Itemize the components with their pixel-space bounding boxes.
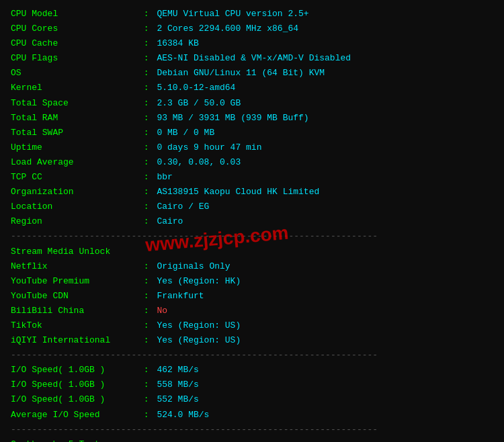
row-value: Cairo / EG xyxy=(157,200,209,214)
row-label: Kernel xyxy=(11,81,138,95)
stream-title: Stream Media Unlock xyxy=(11,245,493,259)
geek-title-label: Geekbench v5 Test xyxy=(11,437,138,442)
row-colon: : xyxy=(138,318,154,333)
row-label: CPU Flags xyxy=(11,51,138,66)
row-label: CPU Cores xyxy=(11,21,138,36)
row-value: Cairo xyxy=(157,214,183,229)
row-value: 16384 KB xyxy=(157,36,198,51)
row-value: Frankfurt xyxy=(157,289,204,304)
table-row: Region : Cairo xyxy=(11,214,493,229)
row-value: bbr xyxy=(157,170,172,185)
geek-title-line: Geekbench v5 Test : xyxy=(11,437,493,442)
row-label: I/O Speed( 1.0GB ) xyxy=(11,363,138,378)
row-label: Uptime xyxy=(11,140,138,155)
row-value: Yes (Region: HK) xyxy=(157,274,241,289)
table-row: BiliBili China : No xyxy=(11,304,493,318)
table-row: Total SWAP : 0 MB / 0 MB xyxy=(11,126,493,140)
table-row: I/O Speed( 1.0GB ) : 462 MB/s xyxy=(11,363,493,378)
row-colon: : xyxy=(138,81,154,95)
separator-3: ----------------------------------------… xyxy=(11,423,493,437)
row-value: 2.3 GB / 50.0 GB xyxy=(157,96,241,111)
separator-2: ----------------------------------------… xyxy=(11,348,493,363)
row-value: 93 MB / 3931 MB (939 MB Buff) xyxy=(157,111,308,126)
row-label: CPU Cache xyxy=(11,36,138,51)
table-row: Kernel : 5.10.0-12-amd64 xyxy=(11,81,493,95)
table-row: CPU Cores : 2 Cores 2294.600 MHz x86_64 xyxy=(11,21,493,36)
row-colon: : xyxy=(138,214,154,229)
row-label: CPU Model xyxy=(11,7,138,21)
separator-1: ----------------------------------------… xyxy=(11,229,493,244)
row-label: Load Average xyxy=(11,155,138,170)
row-colon: : xyxy=(138,36,154,51)
row-colon: : xyxy=(138,170,154,185)
row-colon: : xyxy=(138,333,154,348)
table-row: CPU Flags : AES-NI Disabled & VM-x/AMD-V… xyxy=(11,51,493,66)
table-row: CPU Cache : 16384 KB xyxy=(11,36,493,51)
row-colon: : xyxy=(138,96,154,111)
row-colon: : xyxy=(138,66,154,81)
table-row: iQIYI International : Yes (Region: US) xyxy=(11,333,493,348)
row-colon: : xyxy=(138,289,154,304)
table-row: CPU Model : QEMU Virtual CPU version 2.5… xyxy=(11,7,493,21)
row-label: TCP CC xyxy=(11,170,138,185)
row-label: YouTube Premium xyxy=(11,274,138,289)
row-colon: : xyxy=(138,304,154,318)
row-value: AS138915 Kaopu Cloud HK Limited xyxy=(157,185,319,200)
row-value: 558 MB/s xyxy=(157,378,198,392)
row-label: OS xyxy=(11,66,138,81)
table-row: Average I/O Speed : 524.0 MB/s xyxy=(11,408,493,423)
row-colon: : xyxy=(138,200,154,214)
row-colon: : xyxy=(138,155,154,170)
row-value: 552 MB/s xyxy=(157,392,198,407)
row-colon: : xyxy=(138,140,154,155)
row-colon: : xyxy=(138,185,154,200)
row-colon: : xyxy=(138,7,154,21)
table-row: YouTube Premium : Yes (Region: HK) xyxy=(11,274,493,289)
row-colon: : xyxy=(138,274,154,289)
table-row: Total Space : 2.3 GB / 50.0 GB xyxy=(11,96,493,111)
row-value: Originals Only xyxy=(157,259,230,274)
table-row: I/O Speed( 1.0GB ) : 558 MB/s xyxy=(11,378,493,392)
row-label: TikTok xyxy=(11,318,138,333)
table-row: TCP CC : bbr xyxy=(11,170,493,185)
row-value: 0 days 9 hour 47 min xyxy=(157,140,261,155)
row-label: Total RAM xyxy=(11,111,138,126)
row-label: I/O Speed( 1.0GB ) xyxy=(11,392,138,407)
row-value: 0 MB / 0 MB xyxy=(157,126,214,140)
row-value: Yes (Region: US) xyxy=(157,333,241,348)
table-row: Netflix : Originals Only xyxy=(11,259,493,274)
table-row: Organization : AS138915 Kaopu Cloud HK L… xyxy=(11,185,493,200)
row-colon: : xyxy=(138,378,154,392)
row-value: No xyxy=(157,304,167,318)
row-colon: : xyxy=(138,363,154,378)
row-label: Region xyxy=(11,214,138,229)
row-value: Debian GNU/Linux 11 (64 Bit) KVM xyxy=(157,66,325,81)
row-label: I/O Speed( 1.0GB ) xyxy=(11,378,138,392)
table-row: YouTube CDN : Frankfurt xyxy=(11,289,493,304)
row-label: Organization xyxy=(11,185,138,200)
geek-colon: : xyxy=(138,437,144,442)
row-value: 524.0 MB/s xyxy=(157,408,209,423)
row-value: 2 Cores 2294.600 MHz x86_64 xyxy=(157,21,298,36)
table-row: Total RAM : 93 MB / 3931 MB (939 MB Buff… xyxy=(11,111,493,126)
row-value: QEMU Virtual CPU version 2.5+ xyxy=(157,7,308,21)
row-value: AES-NI Disabled & VM-x/AMD-V Disabled xyxy=(157,51,351,66)
table-row: TikTok : Yes (Region: US) xyxy=(11,318,493,333)
row-colon: : xyxy=(138,111,154,126)
row-label: Average I/O Speed xyxy=(11,408,138,423)
row-colon: : xyxy=(138,126,154,140)
row-value: Yes (Region: US) xyxy=(157,318,241,333)
table-row: Uptime : 0 days 9 hour 47 min xyxy=(11,140,493,155)
row-value: 462 MB/s xyxy=(157,363,198,378)
row-label: iQIYI International xyxy=(11,333,138,348)
row-colon: : xyxy=(138,408,154,423)
table-row: Load Average : 0.30, 0.08, 0.03 xyxy=(11,155,493,170)
row-value: 0.30, 0.08, 0.03 xyxy=(157,155,241,170)
row-label: Netflix xyxy=(11,259,138,274)
row-label: Total SWAP xyxy=(11,126,138,140)
table-row: I/O Speed( 1.0GB ) : 552 MB/s xyxy=(11,392,493,407)
row-colon: : xyxy=(138,51,154,66)
row-value: 5.10.0-12-amd64 xyxy=(157,81,235,95)
row-colon: : xyxy=(138,392,154,407)
row-label: Location xyxy=(11,200,138,214)
